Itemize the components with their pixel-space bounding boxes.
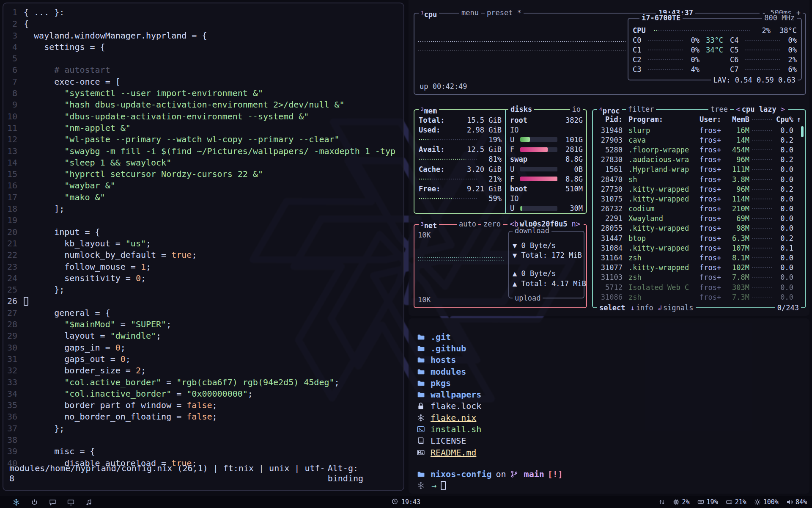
proc-box-title[interactable]: 4proc bbox=[597, 105, 622, 114]
mem-meter-row: 21% bbox=[419, 174, 502, 184]
header-program[interactable]: Program: bbox=[628, 115, 700, 124]
process-row[interactable]: 31086zshfros+7.3M0.0 bbox=[593, 292, 805, 302]
process-row[interactable]: 31103zshfros+7.8M0.0 bbox=[593, 273, 805, 282]
brightness-module[interactable]: 100% bbox=[754, 498, 779, 506]
process-row[interactable]: 31084.kitty-wrappedfros+107M0.1 bbox=[593, 243, 805, 253]
proc-footer-keys[interactable]: select↓info↲signals bbox=[597, 304, 696, 312]
mem-box-label: mem bbox=[424, 107, 437, 115]
process-row[interactable]: 5280.floorp-wrappefros+454M0.0 bbox=[593, 145, 805, 155]
process-row[interactable]: 27903cavafros+14M0.2 bbox=[593, 135, 805, 145]
waybar: 19:43 2%19%21%100%84% bbox=[0, 496, 812, 508]
process-user: fros+ bbox=[700, 195, 727, 203]
code-segment: "dbus-update-activation-environment --sy… bbox=[64, 111, 309, 121]
process-user: fros+ bbox=[700, 175, 727, 184]
core-label: C0 bbox=[633, 36, 645, 44]
process-user: fros+ bbox=[700, 273, 727, 282]
proc-filter-button[interactable]: filter bbox=[626, 105, 656, 114]
process-row[interactable]: 26732codiumfros+210M0.0 bbox=[593, 204, 805, 214]
network-traffic-module[interactable] bbox=[658, 499, 665, 505]
process-row[interactable]: 27730.kitty-wrappedfros+96M0.2 bbox=[593, 184, 805, 194]
cpu-total-row: CPU 2% 38°C bbox=[628, 25, 801, 35]
proc-tree-toggle[interactable]: tree bbox=[708, 105, 730, 114]
file-name: hosts bbox=[431, 355, 456, 365]
process-row[interactable]: 27830.audacious-wrafros+96M0.2 bbox=[593, 155, 805, 165]
process-row[interactable]: 31075.kitty-wrappedfros+114M0.0 bbox=[593, 194, 805, 204]
process-cpu: 0.0 bbox=[776, 195, 793, 203]
scroll-up-icon[interactable]: ↑ bbox=[793, 115, 801, 124]
code-area[interactable]: 1{ ... }:2{3 wayland.windowManager.hyprl… bbox=[3, 3, 403, 469]
upload-speed: ▲ 0 Byte/s bbox=[513, 269, 580, 279]
code-text: # autostart bbox=[24, 64, 110, 76]
line-number: 34 bbox=[3, 388, 24, 400]
mem-box-title[interactable]: 2mem bbox=[419, 105, 439, 114]
process-name: btop bbox=[628, 234, 700, 243]
cpu-module[interactable]: 2% bbox=[673, 498, 690, 506]
music-icon[interactable] bbox=[85, 499, 93, 506]
process-row[interactable]: 31447btopfros+6.3M0.2 bbox=[593, 233, 805, 243]
process-name: Xwayland bbox=[628, 214, 700, 223]
disk-size: 382G bbox=[565, 116, 583, 124]
signals-key-hint[interactable]: signals bbox=[663, 304, 694, 312]
preset-button[interactable]: preset * bbox=[485, 8, 524, 17]
header-pid[interactable]: Pid: bbox=[596, 115, 623, 124]
shell-prompt-input[interactable]: → bbox=[417, 480, 809, 491]
header-memb[interactable]: MemB bbox=[727, 115, 749, 124]
code-segment: ; bbox=[146, 238, 151, 248]
power-icon[interactable] bbox=[31, 499, 38, 506]
process-cpu: 0.0 bbox=[776, 254, 793, 262]
code-text: }; bbox=[24, 423, 64, 434]
cpu-box-title[interactable]: 1cpu bbox=[419, 8, 439, 17]
code-text: "systemctl --user import-environment &" bbox=[24, 88, 263, 99]
volume-module[interactable]: 84% bbox=[786, 498, 807, 506]
memory-module[interactable]: 19% bbox=[697, 498, 718, 506]
code-segment: "hyprctl setcursor Nordzy-cursors 22 &" bbox=[64, 169, 263, 179]
waybar-clock[interactable]: 19:43 bbox=[392, 498, 420, 506]
process-row[interactable]: 2291Xwaylandfros+69M0.0 bbox=[593, 214, 805, 224]
code-text: layout = "dwindle"; bbox=[24, 330, 161, 342]
display-icon[interactable] bbox=[67, 499, 74, 506]
process-row[interactable]: 28055.kitty-wrappedfros+98M0.0 bbox=[593, 224, 805, 233]
net-box-title[interactable]: 3net bbox=[419, 220, 439, 229]
leader-dots bbox=[752, 179, 773, 180]
code-text: "wl-paste --primary --watch wl-copy --pr… bbox=[24, 134, 340, 145]
net-auto-button[interactable]: auto bbox=[457, 220, 478, 229]
process-row[interactable]: 28470shfros+3.8M0.0 bbox=[593, 174, 805, 184]
process-row[interactable]: 31164zshfros+8.1M0.0 bbox=[593, 253, 805, 262]
net-zero-button[interactable]: zero bbox=[481, 220, 503, 229]
disks-title[interactable]: disks bbox=[508, 105, 534, 114]
code-segment: "us" bbox=[126, 238, 146, 248]
mem-label: Used: bbox=[419, 126, 440, 134]
process-table-header[interactable]: Pid: Program: User: MemB Cpu% ↑ bbox=[593, 114, 805, 124]
leader-dots bbox=[648, 69, 683, 70]
code-line: 8 "systemctl --user import-environment &… bbox=[3, 88, 403, 99]
header-cpu[interactable]: Cpu% bbox=[776, 115, 793, 124]
select-key-hint[interactable]: select bbox=[599, 304, 625, 312]
code-segment: false bbox=[187, 400, 212, 410]
process-cpu: 0.0 bbox=[776, 204, 793, 213]
leader-dots bbox=[745, 69, 780, 70]
process-cpu: 0.0 bbox=[776, 146, 793, 154]
line-number: 13 bbox=[3, 146, 24, 157]
chat-icon[interactable] bbox=[49, 499, 56, 506]
header-user[interactable]: User: bbox=[700, 115, 727, 124]
disk-icon bbox=[726, 499, 732, 505]
line-number: 1 bbox=[3, 7, 24, 18]
file-name: flake.nix bbox=[431, 413, 476, 423]
process-row[interactable]: 31077.kitty-wrappedfros+102M0.0 bbox=[593, 263, 805, 273]
mem-stat-row: Free:9.21 GiB bbox=[419, 184, 502, 193]
process-user: fros+ bbox=[700, 244, 727, 252]
proc-scrollbar-thumb[interactable] bbox=[801, 126, 804, 137]
menu-button[interactable]: menu bbox=[459, 8, 481, 17]
disk-module[interactable]: 21% bbox=[726, 498, 746, 506]
process-row[interactable]: 31948slurpfros+16M0.0 bbox=[593, 125, 805, 135]
proc-sort-control[interactable]: <cpu lazy> bbox=[734, 105, 788, 114]
info-key-hint[interactable]: info bbox=[636, 304, 653, 312]
line-number: 8 bbox=[3, 88, 24, 99]
process-row[interactable]: 1561.Hyprland-wrapfros+111M0.0 bbox=[593, 165, 805, 174]
code-text: numlock_by_default = true; bbox=[24, 249, 197, 261]
uptime-readout: up 00:42:49 bbox=[420, 82, 467, 91]
process-row[interactable]: 5712Isolated Web Cfros+303M0.0 bbox=[593, 282, 805, 292]
process-user: fros+ bbox=[700, 204, 727, 213]
nixos-logo-icon[interactable] bbox=[13, 499, 20, 506]
disks-io-toggle[interactable]: io bbox=[570, 105, 583, 114]
